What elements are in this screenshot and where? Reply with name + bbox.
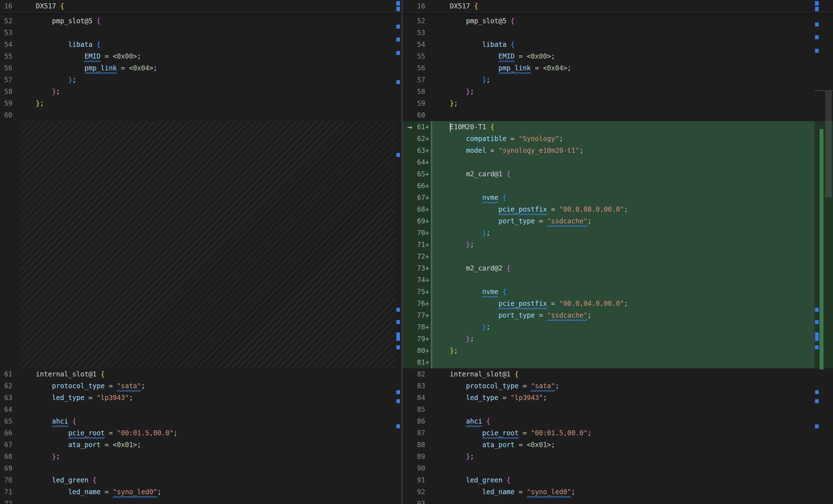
line-number[interactable]: 63	[0, 392, 12, 404]
line-number[interactable]: 52	[0, 15, 12, 27]
code-text[interactable]: port_type = "ssdcache";	[431, 309, 814, 321]
line-number[interactable]: 82	[403, 368, 425, 380]
line-number[interactable]: 79	[403, 333, 425, 345]
line-number[interactable]: 81	[403, 357, 425, 368]
overview-ruler-left[interactable]	[395, 0, 402, 504]
code-text[interactable]: port_type = "ssdcache";	[431, 215, 814, 227]
code-line[interactable]: 59 };	[403, 98, 833, 109]
overview-diff-marker[interactable]	[396, 51, 400, 55]
overview-diff-marker[interactable]	[815, 1, 819, 6]
code-line[interactable]: 64	[0, 404, 402, 415]
line-number[interactable]: 78	[403, 321, 425, 333]
overview-diff-marker[interactable]	[815, 320, 819, 324]
line-number[interactable]: 69	[0, 462, 12, 474]
line-number[interactable]: 62	[0, 380, 12, 392]
code-line[interactable]: 67 ata_port = <0x01>;	[0, 439, 402, 451]
line-number[interactable]: 67	[0, 439, 12, 451]
code-text[interactable]: };	[431, 86, 814, 98]
overview-diff-marker[interactable]	[396, 153, 400, 157]
code-text[interactable]: protocol_type = "sata";	[12, 380, 394, 392]
line-number[interactable]: 68	[0, 451, 12, 462]
line-number[interactable]: 57	[0, 74, 12, 86]
line-number[interactable]: 70	[0, 474, 12, 486]
code-line[interactable]: 68 };	[0, 451, 402, 462]
code-line[interactable]: 59 };	[0, 98, 402, 109]
overview-ruler-right[interactable]	[814, 0, 833, 504]
code-line[interactable]: 76+ pcie_postfix = "00.0,04.0,00.0";	[403, 298, 833, 309]
line-number[interactable]: 71	[0, 486, 12, 498]
line-number[interactable]: 67	[403, 192, 425, 203]
line-number[interactable]: 55	[403, 50, 425, 62]
overview-diff-marker[interactable]	[396, 80, 400, 84]
line-number[interactable]: 64	[0, 404, 12, 415]
code-line[interactable]: 61+ E10M20-T1 {	[403, 121, 833, 133]
line-number[interactable]: 68	[403, 203, 425, 215]
overview-diff-marker[interactable]	[815, 308, 819, 312]
line-number[interactable]: 93	[403, 498, 425, 504]
code-text[interactable]: internal_slot@1 {	[12, 368, 394, 380]
line-number[interactable]: 53	[0, 27, 12, 39]
line-number[interactable]: 84	[403, 392, 425, 404]
code-text[interactable]	[431, 357, 814, 368]
code-line[interactable]: 60	[0, 109, 402, 121]
code-text[interactable]	[431, 27, 814, 39]
code-text[interactable]: ahci {	[12, 415, 394, 427]
code-line[interactable]: 63+ model = "synology_e10m20-t1";	[403, 145, 833, 157]
line-number[interactable]: 66	[0, 427, 12, 439]
code-line[interactable]: 73+ m2_card@2 {	[403, 262, 833, 274]
code-line[interactable]: 71+ };	[403, 239, 833, 250]
overview-diff-marker[interactable]	[396, 7, 400, 11]
line-number[interactable]: 16	[0, 0, 12, 12]
code-line[interactable]: 69+ port_type = "ssdcache";	[403, 215, 833, 227]
code-line[interactable]: 81+	[403, 357, 833, 368]
line-number[interactable]: 54	[0, 39, 12, 50]
code-line[interactable]: 54 libata {	[0, 39, 402, 50]
code-line[interactable]: 77+ port_type = "ssdcache";	[403, 309, 833, 321]
code-line[interactable]: 53	[403, 27, 833, 39]
code-line[interactable]: 78+ };	[403, 321, 833, 333]
code-line[interactable]: 53	[0, 27, 402, 39]
code-line[interactable]: 52 pmp_slot@5 {	[403, 15, 833, 27]
code-line[interactable]: 54 libata {	[403, 39, 833, 50]
code-text[interactable]: };	[431, 321, 814, 333]
code-text[interactable]: };	[431, 74, 814, 86]
line-number[interactable]: 56	[0, 62, 12, 74]
code-text[interactable]: };	[431, 239, 814, 250]
code-line[interactable]: 91 led_green {	[403, 474, 833, 486]
line-number[interactable]: 61	[0, 368, 12, 380]
code-line[interactable]: 56 pmp_link = <0x04>;	[0, 62, 402, 74]
code-line[interactable]: 80+ };	[403, 345, 833, 357]
code-text[interactable]: led_name = "syno_led0";	[431, 486, 814, 498]
line-number[interactable]: 88	[403, 439, 425, 451]
code-text[interactable]: E10M20-T1 {	[431, 121, 814, 133]
overview-diff-marker[interactable]	[815, 7, 819, 11]
overview-diff-marker[interactable]	[815, 399, 819, 403]
code-line[interactable]: 87 pcie_root = "00:01.5,00.0";	[403, 427, 833, 439]
code-line[interactable]: 71 led_name = "syno_led0";	[0, 486, 402, 498]
overview-diff-marker[interactable]	[815, 390, 819, 394]
code-line[interactable]: 79+ };	[403, 333, 833, 345]
code-line[interactable]: 65+ m2_card@1 {	[403, 168, 833, 180]
overview-diff-marker[interactable]	[396, 1, 400, 6]
overview-diff-marker[interactable]	[815, 345, 819, 349]
line-number[interactable]: 58	[0, 86, 12, 98]
code-line[interactable]: 69	[0, 462, 402, 474]
overview-diff-marker[interactable]	[396, 424, 400, 428]
code-line[interactable]: 74+	[403, 274, 833, 286]
code-text[interactable]	[431, 404, 814, 415]
code-text[interactable]: };	[431, 333, 814, 345]
code-text[interactable]: nvme {	[431, 192, 814, 203]
code-line[interactable]: 68+ pcie_postfix = "00.0,08.0,00.0";	[403, 203, 833, 215]
code-text[interactable]: };	[431, 451, 814, 462]
code-text[interactable]: };	[12, 451, 394, 462]
line-number[interactable]: 77	[403, 309, 425, 321]
line-number[interactable]: 60	[403, 109, 425, 121]
code-text[interactable]: model = "synology_e10m20-t1";	[431, 145, 814, 157]
code-line[interactable]: 70+ };	[403, 227, 833, 239]
code-text[interactable]: internal_slot@1 {	[431, 368, 814, 380]
code-text[interactable]: pmp_link = <0x04>;	[12, 62, 394, 74]
overview-diff-marker[interactable]	[815, 424, 819, 428]
code-text[interactable]: DX517 {	[12, 0, 394, 12]
line-number[interactable]: 91	[403, 474, 425, 486]
code-text[interactable]: };	[12, 74, 394, 86]
